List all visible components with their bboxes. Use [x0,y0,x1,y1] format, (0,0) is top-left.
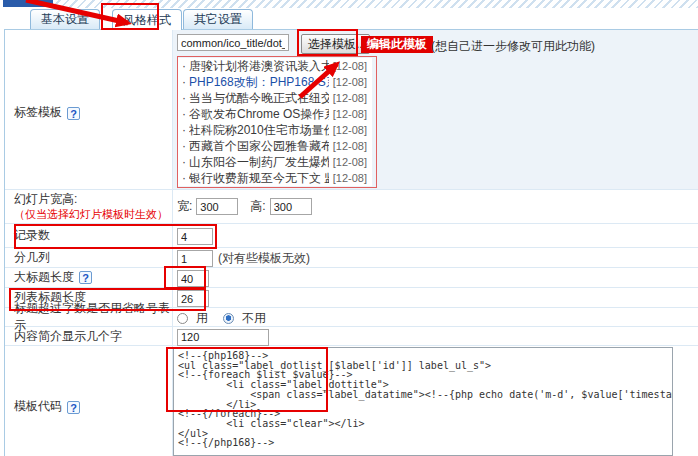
slide-size-value-cell: 宽: 高: [173,190,698,223]
row-big-title-length: 大标题长度? [5,268,698,288]
row-ellipsis-option: 标题超过字数是否用省略号表示 用 不用 [5,308,698,327]
radio-ellipsis-yes[interactable] [177,313,188,324]
row-label-template: 标签模板? 选择模板.. 编辑此模板 (想自己进一步修改可用此功能) · 唐骏计… [5,30,698,190]
tab-other-settings[interactable]: 其它设置 [183,9,253,29]
tab-style-settings[interactable]: 风格样式 [112,9,182,30]
record-count-input[interactable] [177,228,213,245]
slide-size-note: （仅当选择幻灯片模板时生效） [14,207,172,222]
help-icon[interactable]: ? [67,401,80,414]
radio-ellipsis-no-label[interactable]: 不用 [242,310,266,327]
bullet-icon: · [182,91,186,105]
settings-form-panel: 标签模板? 选择模板.. 编辑此模板 (想自己进一步修改可用此功能) · 唐骏计… [4,29,698,456]
list-item: · 谷歌发布Chrome OS操作系统和应用 [12-08] [178,106,372,122]
list-item: · 当当与优酷今晚正式在纽交所上市 [12-08] [178,90,372,106]
tab-basic-settings-label: 基本设置 [41,11,89,28]
bullet-icon: · [182,107,186,121]
decorative-stripe-band [53,0,698,8]
record-count-label: 记录数 [5,224,173,247]
big-title-length-input[interactable] [177,270,209,287]
intro-chars-input[interactable] [177,329,269,346]
help-icon[interactable]: ? [67,107,80,120]
bullet-icon: · [182,139,186,153]
row-template-code: 模板代码? <!--{php168}--> <ul class="label_d… [5,346,698,456]
list-item: · PHP168改制：PHP168 S系列与V系 [12-08] [178,74,372,90]
label-template-label: 标签模板? [5,30,173,189]
row-column-count: 分几列 (对有些模板无效) [5,248,698,268]
list-item: · 西藏首个国家公园雅鲁藏布大峡谷 [12-08] [178,138,372,154]
template-path-input[interactable] [177,34,289,51]
intro-chars-label: 内容简介显示几个字 [5,327,173,345]
row-slide-size: 幻灯片宽高: （仅当选择幻灯片模板时生效） 宽: 高: [5,190,698,224]
list-title-length-input[interactable] [177,290,209,307]
tab-other-settings-label: 其它设置 [194,11,242,28]
big-title-length-label: 大标题长度? [5,268,173,287]
list-item: · 唐骏计划将港澳资讯装入大华建设 [12-08] [178,58,372,74]
tab-basic-settings[interactable]: 基本设置 [30,9,100,29]
template-preview-list: · 唐骏计划将港澳资讯装入大华建设 [12-08] · PHP168改制：PHP… [178,58,372,186]
bullet-icon: · [182,155,186,169]
bullet-icon: · [182,171,186,185]
label-template-value-cell: 选择模板.. 编辑此模板 (想自己进一步修改可用此功能) · 唐骏计划将港澳资讯… [173,30,698,189]
width-label: 宽: [177,198,192,215]
label-settings-window: 基本设置 风格样式 其它设置 标签模板? 选择模板.. 编辑此模板 (想自己进一… [0,0,698,456]
radio-ellipsis-yes-label[interactable]: 用 [196,310,208,327]
template-code-textarea[interactable]: <!--{php168}--> <ul class="label_dotlist… [173,347,673,456]
row-intro-chars: 内容简介显示几个字 [5,327,698,346]
list-item: · 山东阳谷一制药厂发生爆炸 已有7 [12-08] [178,154,372,170]
list-item: · 银行收费新规至今无下文 监管被指 [12-08] [178,170,372,186]
template-code-cell: <!--{php168}--> <ul class="label_dotlist… [173,346,698,456]
choose-template-button[interactable]: 选择模板.. [301,34,370,54]
help-icon[interactable]: ? [79,271,92,284]
slide-width-input[interactable] [196,198,238,215]
edit-template-button[interactable]: 编辑此模板 [361,36,433,53]
bullet-icon: · [182,123,186,137]
radio-ellipsis-no[interactable] [223,313,234,324]
slide-height-input[interactable] [270,198,312,215]
row-record-count: 记录数 [5,224,698,248]
window-titlebar-fragment [3,0,53,7]
column-count-input[interactable] [177,250,213,267]
column-count-label: 分几列 [5,248,173,267]
ellipsis-option-label: 标题超过字数是否用省略号表示 [5,308,173,326]
edit-template-hint: (想自己进一步修改可用此功能) [431,38,595,55]
tab-style-settings-label: 风格样式 [123,12,171,29]
height-label: 高: [250,198,265,215]
slide-size-label: 幻灯片宽高: （仅当选择幻灯片模板时生效） [5,190,173,223]
column-count-note: (对有些模板无效) [218,250,310,267]
bullet-icon: · [182,75,186,89]
template-code-label: 模板代码? [5,346,173,456]
list-item: · 社科院称2010住宅市场量价齐升 调 [12-08] [178,122,372,138]
bullet-icon: · [182,59,186,73]
